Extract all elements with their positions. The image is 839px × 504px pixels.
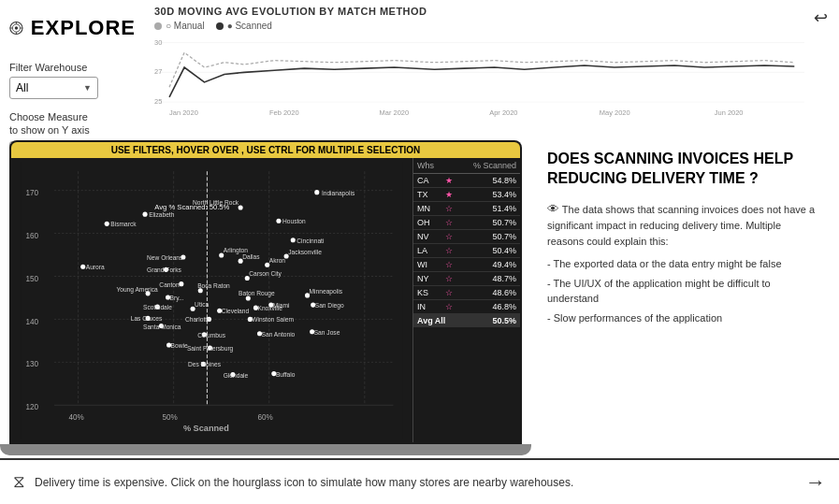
svg-text:Des Moines: Des Moines xyxy=(188,361,222,367)
svg-point-50 xyxy=(105,222,109,226)
svg-text:Dallas: Dallas xyxy=(242,253,260,260)
svg-text:Elizabeth: Elizabeth xyxy=(149,211,175,218)
eye-icon: 👁 xyxy=(547,202,559,216)
hourglass-icon: ⧖ xyxy=(13,472,25,492)
page-title: EXPLORE xyxy=(31,16,136,40)
svg-text:Saint Petersburg: Saint Petersburg xyxy=(187,345,234,353)
svg-text:130: 130 xyxy=(25,360,38,368)
svg-text:San Antonio: San Antonio xyxy=(262,331,296,338)
svg-text:Bry...: Bry... xyxy=(170,295,184,302)
svg-text:North Little Rock: North Little Rock xyxy=(193,199,239,206)
svg-text:Buffalo: Buffalo xyxy=(276,371,296,378)
table-header: Whs % Scanned xyxy=(413,158,520,174)
svg-text:Santa Monica: Santa Monica xyxy=(143,324,181,330)
table-row: NV ☆ 50.7% xyxy=(413,230,520,244)
table-row: LA ☆ 50.4% xyxy=(413,244,520,258)
explore-icon xyxy=(9,11,23,45)
chart-title: 30D MOVING AVG EVOLUTION BY MATCH METHOD xyxy=(154,6,804,17)
svg-text:Cleveland: Cleveland xyxy=(222,308,250,314)
scatter-svg: 120 130 140 150 160 170 40% 50% 60% % Sc… xyxy=(15,162,409,439)
svg-point-68 xyxy=(179,281,183,286)
svg-text:Scottsdale: Scottsdale xyxy=(143,304,172,310)
svg-text:27: 27 xyxy=(154,68,162,77)
svg-text:Aurora: Aurora xyxy=(86,264,105,270)
svg-text:Baton Rouge: Baton Rouge xyxy=(239,290,275,297)
svg-point-52 xyxy=(291,238,296,242)
laptop-frame: USE FILTERS, HOVER OVER , USE CTRL FOR M… xyxy=(9,140,522,449)
svg-point-64 xyxy=(80,265,85,269)
star-icon: ☆ xyxy=(445,302,458,311)
info-panel: DOES SCANNING INVOICES HELP REDUCING DEL… xyxy=(533,136,832,458)
legend-scanned: ● Scanned xyxy=(216,21,272,31)
svg-point-44 xyxy=(239,205,243,209)
table-row: TX ★ 53.4% xyxy=(413,188,520,202)
star-icon: ☆ xyxy=(445,288,458,297)
svg-text:Indianapolis: Indianapolis xyxy=(322,190,355,197)
list-item: The UI/UX of the application might be di… xyxy=(547,276,818,307)
measure-label: Choose Measure to show on Y axis xyxy=(9,110,94,137)
star-icon: ☆ xyxy=(445,246,458,255)
svg-text:San Jose: San Jose xyxy=(314,329,340,336)
legend-scanned-label: ● Scanned xyxy=(227,21,272,31)
info-title: DOES SCANNING INVOICES HELP REDUCING DEL… xyxy=(547,150,818,189)
filter-warehouse-label: Filter Warehouse All ▼ xyxy=(9,62,136,99)
svg-point-42 xyxy=(314,190,319,194)
svg-point-2 xyxy=(15,26,18,29)
svg-text:Winston Salem: Winston Salem xyxy=(252,316,294,323)
svg-text:Canton: Canton xyxy=(159,281,180,288)
svg-text:Glendale: Glendale xyxy=(224,372,249,379)
table-row: MN ☆ 51.4% xyxy=(413,202,520,216)
back-button[interactable]: ↩ xyxy=(814,7,828,28)
info-body: 👁 The data shows that scanning invoices … xyxy=(547,200,818,326)
main-section: USE FILTERS, HOVER OVER , USE CTRL FOR M… xyxy=(0,136,839,458)
svg-point-78 xyxy=(246,295,251,300)
svg-text:120: 120 xyxy=(25,403,38,411)
line-chart-svg: 30 27 25 Jan 2020 Feb 2020 Mar 2020 Apr … xyxy=(154,33,804,117)
svg-text:170: 170 xyxy=(25,189,38,197)
star-icon: ☆ xyxy=(445,218,458,227)
avg-label: Avg All xyxy=(417,316,492,325)
list-item: The exported data or the data entry migh… xyxy=(547,256,818,272)
svg-text:Houston: Houston xyxy=(282,218,306,224)
star-icon: ★ xyxy=(445,190,458,199)
filter-warehouse-dropdown[interactable]: All ▼ xyxy=(9,77,98,99)
explore-header: EXPLORE xyxy=(9,11,136,45)
col-header-pct: % Scanned xyxy=(445,161,516,170)
star-icon: ☆ xyxy=(445,232,458,241)
info-body-text: The data shows that scanning invoices do… xyxy=(547,204,815,247)
scatter-content: 120 130 140 150 160 170 40% 50% 60% % Sc… xyxy=(11,158,520,442)
next-arrow-button[interactable]: → xyxy=(805,470,826,495)
svg-text:Minneapolis: Minneapolis xyxy=(310,288,343,295)
svg-text:160: 160 xyxy=(25,232,38,240)
filter-warehouse-label-text: Filter Warehouse xyxy=(9,62,136,73)
star-icon: ☆ xyxy=(445,274,458,283)
svg-text:Las Cruces: Las Cruces xyxy=(131,315,163,322)
filter-warehouse-value: All xyxy=(16,81,28,94)
svg-text:25: 25 xyxy=(154,97,162,106)
legend-scanned-dot xyxy=(216,22,224,30)
col-header-whs: Whs xyxy=(417,161,445,170)
svg-text:Jan 2020: Jan 2020 xyxy=(169,108,198,117)
table-row: WI ☆ 49.4% xyxy=(413,258,520,272)
svg-text:Bismarck: Bismarck xyxy=(110,221,137,227)
svg-point-56 xyxy=(219,252,224,257)
filter-banner: USE FILTERS, HOVER OVER , USE CTRL FOR M… xyxy=(11,142,520,158)
svg-text:60%: 60% xyxy=(257,413,272,422)
svg-text:Boca Raton: Boca Raton xyxy=(197,282,230,289)
svg-text:Columbus: Columbus xyxy=(197,332,226,338)
table-row: KS ☆ 48.6% xyxy=(413,286,520,300)
star-icon: ☆ xyxy=(445,260,458,269)
table-panel: Whs % Scanned CA ★ 54.8% TX ★ 53.4% xyxy=(412,158,520,442)
legend-manual-dot xyxy=(154,22,162,30)
table-row: OH ☆ 50.7% xyxy=(413,216,520,230)
legend-manual: ○ Manual xyxy=(154,21,205,31)
dropdown-arrow-icon: ▼ xyxy=(83,83,92,93)
svg-point-72 xyxy=(198,288,203,293)
svg-text:May 2020: May 2020 xyxy=(600,108,630,117)
svg-text:Jacksonville: Jacksonville xyxy=(288,249,322,255)
scatter-plot: 120 130 140 150 160 170 40% 50% 60% % Sc… xyxy=(11,158,412,442)
svg-text:Akron: Akron xyxy=(269,257,286,264)
svg-text:30: 30 xyxy=(154,38,162,47)
svg-text:Mar 2020: Mar 2020 xyxy=(380,108,410,117)
bottom-bar: ⧖ Delivery time is expensive. Click on t… xyxy=(0,458,839,504)
